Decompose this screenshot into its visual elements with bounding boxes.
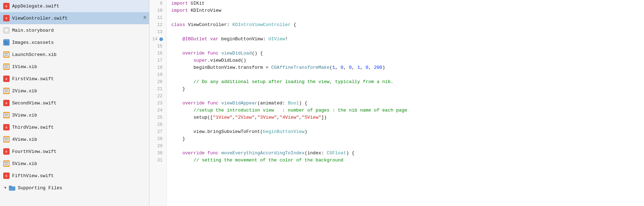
sidebar-item-2view[interactable]: 2View.xib [0,85,149,97]
sidebar-item-label: ViewController.swift [12,16,142,21]
swift-icon: S [3,172,10,179]
svg-rect-15 [6,89,8,91]
sidebar-item-3view[interactable]: 3View.xib [0,109,149,121]
svg-rect-28 [5,164,8,165]
sidebar-item-label: ThirdView.swift [12,125,146,130]
code-token: ) [382,65,385,70]
line-number-18: 18 [152,64,164,71]
code-token: ) { [299,101,307,106]
sidebar-item-fourthview[interactable]: SFourthView.swift [0,145,149,158]
code-token: Bool [288,101,299,106]
code-token: UIView [269,36,285,42]
code-token: "2View" [235,115,255,120]
line-number-13: 13 [152,29,164,36]
chevron-down-icon: ▼ [3,185,8,190]
code-token: CGAffineTransformMake [271,65,329,70]
code-line-28: } [171,135,644,143]
sidebar-item-4view[interactable]: 4View.xib [0,133,149,145]
code-token [171,79,193,84]
sidebar-item-label: 5View.xib [12,161,146,166]
sidebar-item-1view[interactable]: 1View.xib [0,61,149,73]
code-token: { [291,22,296,27]
line-number-15: 15 [152,43,164,50]
line-number-9: 9 [152,0,164,7]
svg-rect-11 [6,65,8,66]
code-line-29 [171,143,644,150]
code-token: 1 [357,65,360,70]
sidebar-item-mainstoryboard[interactable]: Main.storyboard [0,24,149,36]
code-token: class [171,22,188,27]
line-number-12: 12 [152,21,164,29]
svg-rect-30 [9,186,12,187]
line-number-10: 10 [152,7,164,14]
code-token: import [171,1,191,6]
xib-icon [3,112,10,119]
code-line-27: view.bringSubviewToFront(beginButtonView… [171,128,644,135]
code-token [218,51,221,56]
sidebar-item-launchscreen[interactable]: LaunchScreen.xib [0,48,149,61]
code-token: ) { [346,150,354,156]
code-token: viewDidLoad [221,51,252,56]
file-navigator[interactable]: SAppDelegate.swiftSViewController.swiftM… [0,0,149,206]
sidebar-item-5view[interactable]: 5View.xib [0,158,149,170]
code-token [171,150,182,156]
svg-rect-20 [5,115,8,116]
swift-icon: S [3,75,10,82]
sidebar-item-label: FifthView.swift [12,173,146,179]
sidebar-item-label: SecondView.swift [12,101,146,106]
code-token: "1View" [213,115,232,120]
code-token: super [171,58,207,63]
code-token: .viewDidLoad() [207,58,246,63]
code-token: "5View" [302,115,321,120]
code-area[interactable]: import UIKitimport KDIntroView class Vie… [167,0,644,206]
svg-rect-26 [5,162,6,163]
code-line-21: } [171,86,644,93]
sidebar-item-firstview[interactable]: SFirstView.swift [0,73,149,85]
code-token [205,101,207,106]
code-token [171,51,182,56]
sidebar-item-supportingfiles[interactable]: ▼Supporting Files [0,182,149,194]
code-token: beginButtonView.transform = [171,65,271,70]
sidebar-item-fifthview[interactable]: SFifthView.swift [0,170,149,182]
swift-icon: S [3,124,10,131]
code-token: , [368,65,374,70]
code-token: override [183,51,205,56]
sidebar-item-secondview[interactable]: SSecondView.swift [0,97,149,109]
line-number-17: 17 [152,57,164,64]
code-line-17: super.viewDidLoad() [171,57,644,64]
code-line-24: //setup the introduction view : number o… [171,107,644,114]
svg-rect-5 [4,52,9,57]
code-token: , [352,65,358,70]
sidebar-item-appdelegate[interactable]: SAppDelegate.swift [0,0,149,12]
code-token: ) [305,129,307,134]
code-token [171,36,182,42]
svg-rect-4 [4,41,6,42]
storyboard-icon [3,27,10,34]
line-number-23: 23 [152,100,164,107]
xib-icon [3,160,10,167]
breakpoint-indicator [159,37,163,41]
code-token: , [335,65,341,70]
code-token: viewDidAppear [221,101,257,106]
code-line-14: @IBOutlet var beginButtonView: UIView! [171,36,644,43]
svg-rect-3 [4,42,9,45]
code-token: (animated: [257,101,288,106]
svg-rect-7 [6,53,8,54]
code-token: (index: [305,150,327,156]
code-token: func [207,51,218,56]
svg-rect-8 [5,55,8,56]
sidebar-item-label: 3View.xib [12,113,146,118]
code-line-30: override func moveEverythingAccordingToI… [171,150,644,157]
code-token: UIKit [191,1,205,6]
code-token: view.bringSubviewToFront( [171,129,263,134]
sidebar-item-viewcontroller[interactable]: SViewController.swiftM [0,12,149,24]
svg-rect-6 [5,53,6,54]
sidebar-item-thirdview[interactable]: SThirdView.swift [0,121,149,133]
code-token: // setting the movement of the color of … [194,158,343,163]
sidebar-item-imagesxcassets[interactable]: Images.xcassets [0,36,149,48]
code-token [171,158,193,163]
code-token: KDIntroViewController [232,22,291,27]
code-line-31: // setting the movement of the color of … [171,157,644,164]
code-token: ViewController [188,22,227,27]
code-editor: 9101112131415161718192021222324252627282… [149,0,644,206]
